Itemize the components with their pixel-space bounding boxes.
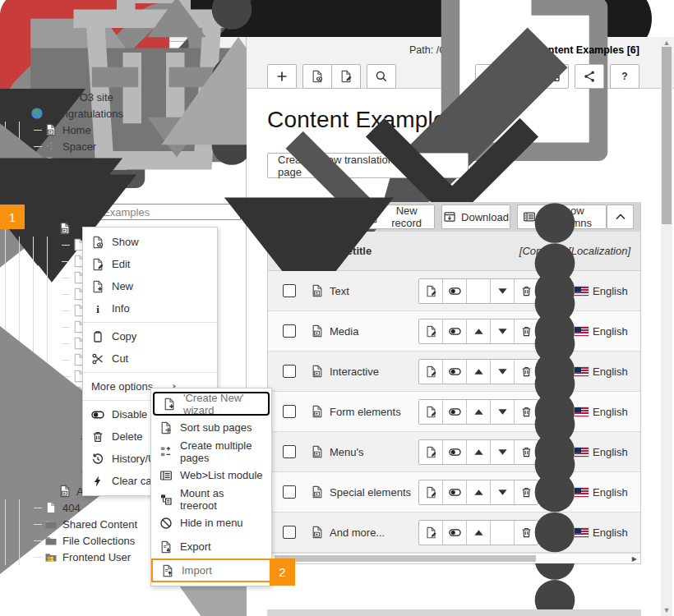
more-actions-button[interactable] bbox=[542, 519, 567, 546]
submenu-item-label: Hide in menu bbox=[180, 517, 243, 529]
svg-text:i: i bbox=[96, 302, 99, 315]
menu-item-copy[interactable]: Copy bbox=[83, 325, 217, 347]
info-icon: i bbox=[91, 302, 104, 315]
menu-divider bbox=[83, 372, 217, 373]
copy-icon bbox=[91, 330, 104, 343]
tree-expander-spacer bbox=[33, 540, 43, 541]
bolt-icon bbox=[91, 475, 104, 488]
row-checkbox[interactable] bbox=[283, 284, 296, 297]
tree-expander-icon[interactable] bbox=[47, 368, 57, 614]
submenu-item--create-new-wizard[interactable]: 'Create New' wizard bbox=[153, 392, 270, 416]
doc-eye-icon bbox=[311, 70, 324, 83]
submenu-item-label: Web>List module bbox=[180, 469, 263, 481]
doc-export-icon bbox=[159, 540, 173, 554]
submenu-item-label: Mount as treeroot bbox=[180, 487, 263, 512]
svg-text:?: ? bbox=[621, 71, 627, 82]
next-panel-header bbox=[267, 609, 641, 616]
scroll-down-icon[interactable]: ▼ bbox=[661, 606, 672, 614]
page-content-icon bbox=[310, 526, 325, 539]
menu-item-label: Show bbox=[112, 236, 139, 248]
menu-item-label: Edit bbox=[112, 258, 130, 270]
scroll-right-icon[interactable]: ▶ bbox=[632, 555, 637, 563]
doc-plus-icon bbox=[91, 280, 104, 293]
new-content-button[interactable] bbox=[267, 64, 297, 89]
tree-node-label: 404 bbox=[62, 502, 81, 514]
pages-multi-icon bbox=[159, 445, 173, 458]
menu-item-edit[interactable]: Edit bbox=[83, 253, 217, 275]
page-content-icon bbox=[310, 284, 325, 297]
dots-v-icon bbox=[432, 409, 674, 616]
menu-divider bbox=[83, 322, 217, 323]
row-title[interactable]: Menu's bbox=[330, 446, 364, 458]
folder-icon bbox=[44, 534, 58, 547]
page-content-icon bbox=[310, 485, 325, 499]
help-button[interactable]: ? bbox=[610, 64, 639, 89]
page-content-icon bbox=[310, 445, 325, 458]
menu-item-label: Cut bbox=[112, 352, 128, 365]
page-icon bbox=[44, 501, 58, 514]
ban-icon bbox=[159, 517, 173, 530]
doc-plus-icon bbox=[163, 398, 176, 411]
row-title[interactable]: Text bbox=[330, 285, 349, 297]
tree-expander-spacer bbox=[61, 278, 71, 278]
row-title[interactable]: Interactive bbox=[330, 365, 379, 378]
vertical-scrollbar-thumb[interactable] bbox=[662, 47, 672, 224]
language-label: English bbox=[593, 526, 628, 539]
plus-icon bbox=[275, 70, 289, 83]
submenu-item-sort-sub-pages[interactable]: Sort sub pages bbox=[151, 416, 271, 439]
submenu-item-web-list-module[interactable]: Web>List module bbox=[151, 463, 271, 487]
tree-expander-spacer bbox=[33, 524, 43, 525]
row-checkbox[interactable] bbox=[283, 324, 296, 338]
menu-item-label: Copy bbox=[112, 330, 136, 342]
question-icon: ? bbox=[618, 70, 631, 83]
menu-item-label: New bbox=[112, 280, 133, 292]
submenu-item-hide-in-menu[interactable]: Hide in menu bbox=[151, 511, 271, 535]
submenu-item-export[interactable]: Export bbox=[151, 535, 271, 559]
submenu-item-label: Sort sub pages bbox=[180, 421, 252, 434]
doc-eye-icon bbox=[91, 236, 104, 249]
scroll-up-icon[interactable]: ▲ bbox=[661, 39, 672, 47]
row-checkbox[interactable] bbox=[283, 405, 296, 418]
table-row-and-more-: And more...English bbox=[268, 513, 640, 553]
submenu-item-create-multiple-pages[interactable]: Create multiple pages bbox=[151, 439, 271, 463]
doc-import-icon bbox=[161, 564, 174, 577]
submenu-item-import[interactable]: Import2 bbox=[151, 559, 271, 582]
submenu-item-mount-as-treeroot[interactable]: Mount as treeroot bbox=[151, 487, 271, 511]
tree-scroll-down-icon[interactable] bbox=[233, 603, 243, 611]
row-checkbox[interactable] bbox=[283, 365, 296, 378]
tree-expander-spacer bbox=[33, 508, 43, 508]
row-checkbox[interactable] bbox=[283, 485, 296, 499]
menu-item-info[interactable]: iInfo bbox=[83, 297, 217, 319]
row-title[interactable]: Special elements bbox=[330, 486, 411, 499]
horizontal-scrollbar-thumb[interactable] bbox=[275, 555, 536, 562]
menu-item-label: Info bbox=[112, 302, 130, 315]
folder-icon bbox=[44, 517, 58, 531]
menu-item-show[interactable]: Show bbox=[83, 231, 217, 253]
view-page-button[interactable] bbox=[302, 64, 332, 89]
row-title[interactable]: Media bbox=[330, 325, 358, 338]
page-content-icon bbox=[310, 405, 325, 418]
tree-expander-spacer bbox=[61, 261, 71, 262]
exp-open-icon bbox=[473, 526, 485, 539]
caret-down-icon[interactable] bbox=[304, 246, 314, 256]
scissors-icon bbox=[91, 352, 104, 365]
row-checkbox[interactable] bbox=[283, 526, 296, 539]
history-icon bbox=[91, 453, 104, 466]
context-submenu: 'Create New' wizardSort sub pagesCreate … bbox=[150, 388, 272, 586]
us-flag-icon bbox=[575, 528, 589, 537]
menu-item-label: Disable bbox=[112, 408, 147, 421]
row-title[interactable]: And more... bbox=[330, 526, 385, 539]
tree-expander-spacer bbox=[33, 557, 43, 558]
menu-item-new[interactable]: New bbox=[83, 275, 217, 297]
list-icon bbox=[159, 469, 173, 482]
row-title[interactable]: Form elements bbox=[330, 406, 401, 418]
menu-item-label: Delete bbox=[112, 430, 143, 443]
typo3-backend: New TYPO3 site 11.5.1-dev New TYPO3 site… bbox=[0, 0, 674, 616]
row-checkbox[interactable] bbox=[283, 445, 296, 458]
vertical-scrollbar: ▲ ▼ bbox=[661, 37, 672, 616]
record-list-panel: Page (7) New record Download Show Column… bbox=[267, 202, 641, 564]
folder-user-icon bbox=[44, 550, 58, 563]
trash-icon bbox=[91, 430, 104, 444]
menu-item-cut[interactable]: Cut bbox=[83, 347, 217, 370]
toggle-icon bbox=[91, 408, 104, 421]
